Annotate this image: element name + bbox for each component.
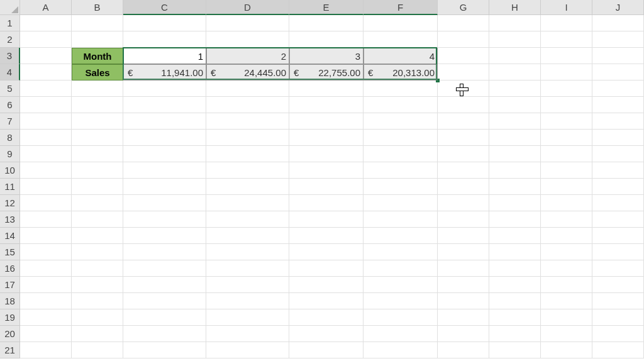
cell-D13[interactable] — [206, 211, 289, 228]
cell-A10[interactable] — [20, 162, 72, 179]
cell-H12[interactable] — [489, 195, 541, 211]
cell-I9[interactable] — [541, 146, 592, 162]
cell-A17[interactable] — [20, 277, 72, 293]
cell-F1[interactable] — [364, 15, 438, 31]
cell-A4[interactable] — [20, 64, 72, 81]
row-header-4[interactable]: 4 — [0, 64, 20, 81]
cell-C19[interactable] — [123, 309, 206, 326]
row-header-10[interactable]: 10 — [0, 162, 20, 179]
cell-D21[interactable] — [206, 342, 289, 358]
cell-F8[interactable] — [364, 130, 438, 146]
cell-E7[interactable] — [289, 113, 364, 130]
cell-F14[interactable] — [364, 228, 438, 244]
cell-G16[interactable] — [438, 260, 489, 277]
cell-D11[interactable] — [206, 179, 289, 195]
cell-H17[interactable] — [489, 277, 541, 293]
column-header-A[interactable]: A — [20, 0, 72, 15]
cell-J5[interactable] — [592, 81, 644, 97]
cell-G2[interactable] — [438, 31, 489, 48]
cell-E1[interactable] — [289, 15, 364, 31]
cell-I18[interactable] — [541, 293, 592, 309]
cell-B4[interactable]: Sales — [72, 64, 123, 81]
cell-A11[interactable] — [20, 179, 72, 195]
cell-B17[interactable] — [72, 277, 123, 293]
cell-E12[interactable] — [289, 195, 364, 211]
cell-H18[interactable] — [489, 293, 541, 309]
cell-C6[interactable] — [123, 97, 206, 113]
cell-I12[interactable] — [541, 195, 592, 211]
cell-A12[interactable] — [20, 195, 72, 211]
cell-A18[interactable] — [20, 293, 72, 309]
cell-D17[interactable] — [206, 277, 289, 293]
cell-B14[interactable] — [72, 228, 123, 244]
cell-A16[interactable] — [20, 260, 72, 277]
cell-C18[interactable] — [123, 293, 206, 309]
cell-G18[interactable] — [438, 293, 489, 309]
cell-A20[interactable] — [20, 326, 72, 342]
cell-I6[interactable] — [541, 97, 592, 113]
cell-B8[interactable] — [72, 130, 123, 146]
cell-J1[interactable] — [592, 15, 644, 31]
row-header-12[interactable]: 12 — [0, 195, 20, 211]
cell-I4[interactable] — [541, 64, 592, 81]
cell-J19[interactable] — [592, 309, 644, 326]
cell-G4[interactable] — [438, 64, 489, 81]
cell-J7[interactable] — [592, 113, 644, 130]
cell-C7[interactable] — [123, 113, 206, 130]
cell-F6[interactable] — [364, 97, 438, 113]
row-header-1[interactable]: 1 — [0, 15, 20, 31]
cell-H5[interactable] — [489, 81, 541, 97]
cell-E21[interactable] — [289, 342, 364, 358]
cell-I17[interactable] — [541, 277, 592, 293]
cell-J14[interactable] — [592, 228, 644, 244]
cell-A5[interactable] — [20, 81, 72, 97]
cell-I8[interactable] — [541, 130, 592, 146]
cell-B2[interactable] — [72, 31, 123, 48]
cell-H2[interactable] — [489, 31, 541, 48]
cell-F15[interactable] — [364, 244, 438, 260]
cell-H11[interactable] — [489, 179, 541, 195]
cell-H8[interactable] — [489, 130, 541, 146]
cell-B11[interactable] — [72, 179, 123, 195]
cell-E11[interactable] — [289, 179, 364, 195]
cell-E15[interactable] — [289, 244, 364, 260]
cell-H10[interactable] — [489, 162, 541, 179]
cell-C3[interactable]: 1 — [123, 48, 206, 64]
cell-D5[interactable] — [206, 81, 289, 97]
column-header-H[interactable]: H — [489, 0, 541, 15]
cell-J16[interactable] — [592, 260, 644, 277]
cell-C14[interactable] — [123, 228, 206, 244]
cell-G20[interactable] — [438, 326, 489, 342]
cell-G8[interactable] — [438, 130, 489, 146]
cell-I19[interactable] — [541, 309, 592, 326]
cell-J6[interactable] — [592, 97, 644, 113]
cell-G17[interactable] — [438, 277, 489, 293]
column-header-C[interactable]: C — [123, 0, 206, 15]
cell-D12[interactable] — [206, 195, 289, 211]
cell-G3[interactable] — [438, 48, 489, 64]
cell-A21[interactable] — [20, 342, 72, 358]
cell-F5[interactable] — [364, 81, 438, 97]
cell-D7[interactable] — [206, 113, 289, 130]
cell-H3[interactable] — [489, 48, 541, 64]
cell-H6[interactable] — [489, 97, 541, 113]
cell-G10[interactable] — [438, 162, 489, 179]
cell-D8[interactable] — [206, 130, 289, 146]
row-header-16[interactable]: 16 — [0, 260, 20, 277]
cell-I14[interactable] — [541, 228, 592, 244]
cell-B9[interactable] — [72, 146, 123, 162]
row-header-20[interactable]: 20 — [0, 326, 20, 342]
cell-D10[interactable] — [206, 162, 289, 179]
cell-B16[interactable] — [72, 260, 123, 277]
cell-D18[interactable] — [206, 293, 289, 309]
cell-J17[interactable] — [592, 277, 644, 293]
cell-C12[interactable] — [123, 195, 206, 211]
cell-A9[interactable] — [20, 146, 72, 162]
row-header-13[interactable]: 13 — [0, 211, 20, 228]
cell-C1[interactable] — [123, 15, 206, 31]
cell-B20[interactable] — [72, 326, 123, 342]
cell-B12[interactable] — [72, 195, 123, 211]
cell-I5[interactable] — [541, 81, 592, 97]
cell-I16[interactable] — [541, 260, 592, 277]
column-header-B[interactable]: B — [72, 0, 123, 15]
